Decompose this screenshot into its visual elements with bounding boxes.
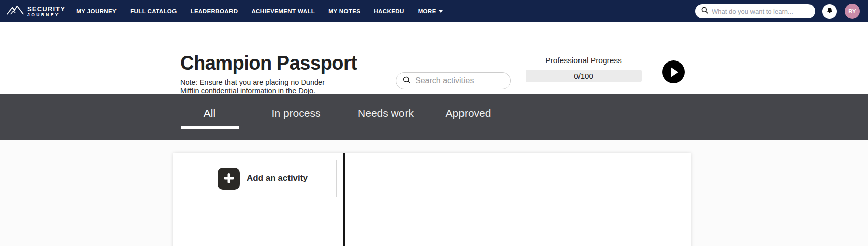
passport-board-card: Add an activity <box>173 153 691 246</box>
user-avatar[interactable]: RY <box>845 4 860 19</box>
nav-item-label: LEADERBOARD <box>191 8 238 14</box>
global-search-input[interactable] <box>712 8 810 15</box>
nav-item-label: FULL CATALOG <box>130 8 177 14</box>
nav-menu: MY JOURNEY FULL CATALOG LEADERBOARD ACHI… <box>76 8 442 14</box>
mountain-logo-icon <box>6 4 24 18</box>
nav-item-label: MORE <box>418 8 436 14</box>
caret-down-icon <box>439 10 443 13</box>
column-divider <box>343 153 345 246</box>
progress-value: 0/100 <box>526 70 642 82</box>
tab-label: Needs work <box>358 107 414 119</box>
brand-text: SECURITY JOURNEY <box>27 6 65 17</box>
activities-search-input[interactable] <box>415 76 519 85</box>
play-button[interactable] <box>662 60 685 83</box>
search-icon <box>402 76 411 86</box>
nav-item-hackedu[interactable]: HACKEDU <box>374 8 404 14</box>
brand-logo[interactable]: SECURITY JOURNEY <box>6 4 65 18</box>
nav-item-label: MY JOURNEY <box>76 8 117 14</box>
nav-item-label: MY NOTES <box>328 8 360 14</box>
nav-item-more[interactable]: MORE <box>418 8 443 14</box>
add-activity-button[interactable]: Add an activity <box>181 160 337 197</box>
tab-all[interactable]: All <box>181 94 239 140</box>
status-tab-band: All In process Needs work Approved <box>0 94 868 140</box>
add-activity-label: Add an activity <box>247 173 308 183</box>
global-search <box>695 4 815 18</box>
nav-item-achievement-wall[interactable]: ACHIEVEMENT WALL <box>251 8 315 14</box>
brand-line2: JOURNEY <box>27 13 65 17</box>
page-header: Champion Passport Note: Ensure that you … <box>0 22 868 94</box>
tab-in-process[interactable]: In process <box>271 94 321 140</box>
activities-search <box>396 72 511 89</box>
top-navbar: SECURITY JOURNEY MY JOURNEY FULL CATALOG… <box>0 0 868 22</box>
nav-item-label: HACKEDU <box>374 8 404 14</box>
nav-item-full-catalog[interactable]: FULL CATALOG <box>130 8 177 14</box>
plus-icon <box>218 168 240 190</box>
nav-item-label: ACHIEVEMENT WALL <box>251 8 315 14</box>
page-title: Champion Passport <box>180 52 357 74</box>
nav-item-my-journey[interactable]: MY JOURNEY <box>76 8 117 14</box>
page-note: Note: Ensure that you are placing no Dun… <box>180 78 339 95</box>
tab-row: All In process Needs work Approved <box>181 94 492 140</box>
tab-needs-work[interactable]: Needs work <box>357 94 415 140</box>
nav-item-leaderboard[interactable]: LEADERBOARD <box>191 8 238 14</box>
play-icon <box>671 67 678 77</box>
nav-item-my-notes[interactable]: MY NOTES <box>328 8 360 14</box>
tab-label: All <box>204 107 215 119</box>
search-icon <box>701 6 709 16</box>
notifications-button[interactable] <box>822 4 837 19</box>
progress-bar: 0/100 <box>526 70 642 82</box>
tab-approved[interactable]: Approved <box>444 94 492 140</box>
active-tab-underline <box>181 126 239 129</box>
professional-progress: Professional Progress 0/100 <box>526 56 642 82</box>
tab-label: In process <box>272 107 321 119</box>
progress-label: Professional Progress <box>526 56 642 65</box>
tab-label: Approved <box>446 107 491 119</box>
board-content: Add an activity <box>0 140 868 246</box>
bell-icon <box>826 7 834 16</box>
brand-line1: SECURITY <box>27 6 65 12</box>
